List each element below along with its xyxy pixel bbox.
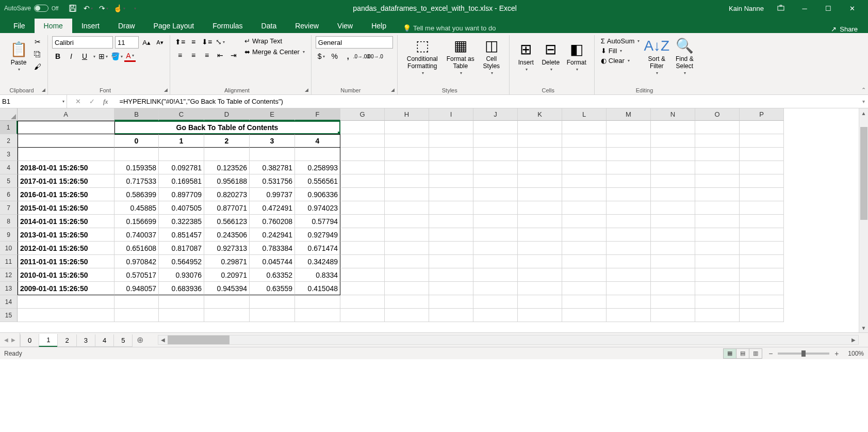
column-header[interactable]: G: [340, 108, 385, 121]
row-timestamp[interactable]: 2012-01-01 15:26:50: [18, 242, 114, 255]
cell[interactable]: [695, 242, 740, 255]
sheet-tab-3[interactable]: 3: [76, 334, 95, 347]
cell[interactable]: [607, 188, 651, 201]
cell[interactable]: [18, 309, 114, 322]
font-size-select[interactable]: [115, 36, 139, 49]
bold-button[interactable]: B: [52, 51, 63, 62]
cell[interactable]: [429, 174, 473, 188]
cell[interactable]: [429, 188, 473, 201]
cell[interactable]: [429, 201, 473, 215]
cell[interactable]: [607, 295, 651, 309]
column-header[interactable]: O: [695, 108, 740, 121]
data-cell[interactable]: 0.258993: [295, 161, 340, 174]
data-cell[interactable]: 0.159358: [114, 161, 159, 174]
cell[interactable]: [473, 121, 518, 134]
column-header[interactable]: M: [607, 108, 651, 121]
data-cell[interactable]: 0.415048: [295, 282, 340, 295]
data-cell[interactable]: 0.683936: [159, 282, 204, 295]
clipboard-launcher[interactable]: ◢: [40, 87, 46, 93]
cell[interactable]: [651, 282, 695, 295]
merge-center-button[interactable]: ⬌Merge & Center▾: [242, 47, 307, 57]
cell[interactable]: [607, 134, 651, 148]
data-cell[interactable]: 0.740037: [114, 228, 159, 242]
cell[interactable]: [740, 309, 784, 322]
row-header[interactable]: 2: [0, 134, 18, 148]
row-header[interactable]: 12: [0, 268, 18, 282]
cell[interactable]: [429, 282, 473, 295]
zoom-out-button[interactable]: −: [766, 349, 775, 358]
cell[interactable]: [340, 161, 385, 174]
cell[interactable]: [385, 228, 429, 242]
tab-view[interactable]: View: [328, 19, 362, 33]
select-all-button[interactable]: [0, 108, 18, 121]
fill-color-button[interactable]: 🪣▾: [111, 51, 122, 62]
cell[interactable]: [114, 148, 159, 161]
row-timestamp[interactable]: 2017-01-01 15:26:50: [18, 174, 114, 188]
cell[interactable]: [562, 295, 607, 309]
user-name[interactable]: Kain Nanne: [729, 5, 764, 12]
decrease-font-button[interactable]: A▾: [154, 37, 166, 48]
cell[interactable]: [340, 242, 385, 255]
cell[interactable]: [562, 268, 607, 282]
cell[interactable]: [562, 215, 607, 228]
tab-insert[interactable]: Insert: [72, 19, 109, 33]
cell[interactable]: [518, 268, 562, 282]
tab-home[interactable]: Home: [35, 19, 72, 33]
cell[interactable]: [607, 242, 651, 255]
cell[interactable]: [518, 242, 562, 255]
sheet-tab-4[interactable]: 4: [95, 334, 114, 347]
cell[interactable]: [740, 228, 784, 242]
page-break-view-button[interactable]: ▥: [749, 348, 762, 359]
find-select-button[interactable]: 🔍Find & Select▾: [672, 36, 697, 76]
tab-draw[interactable]: Draw: [109, 19, 144, 33]
data-cell[interactable]: 0.63559: [250, 282, 295, 295]
column-header[interactable]: K: [518, 108, 562, 121]
touch-mode-button[interactable]: ☝▾: [113, 2, 125, 14]
data-cell[interactable]: 0.45885: [114, 201, 159, 215]
cell[interactable]: [429, 148, 473, 161]
sheet-next-button[interactable]: ▶: [11, 337, 15, 343]
cell[interactable]: [429, 228, 473, 242]
customize-qat[interactable]: ▾: [128, 2, 141, 14]
cell[interactable]: [429, 255, 473, 268]
cell-reference-input[interactable]: [2, 98, 54, 105]
row-header[interactable]: 1: [0, 121, 18, 134]
chevron-down-icon[interactable]: ▾: [62, 99, 64, 104]
scroll-left-icon[interactable]: ◀: [158, 337, 168, 343]
cell[interactable]: [607, 121, 651, 134]
cell[interactable]: [385, 148, 429, 161]
data-cell[interactable]: 0.99737: [250, 188, 295, 201]
cell[interactable]: [695, 309, 740, 322]
cell[interactable]: [562, 161, 607, 174]
autosave-toggle[interactable]: AutoSave Off: [4, 5, 58, 12]
cell[interactable]: [429, 161, 473, 174]
cell[interactable]: [204, 148, 250, 161]
cell[interactable]: [18, 148, 114, 161]
data-col-header[interactable]: 3: [250, 134, 295, 148]
row-timestamp[interactable]: 2015-01-01 15:26:50: [18, 201, 114, 215]
format-as-table-button[interactable]: ▦ Format as Table▾: [443, 36, 478, 76]
row-header[interactable]: 3: [0, 148, 18, 161]
ribbon-options-button[interactable]: [769, 1, 793, 16]
cell[interactable]: [340, 282, 385, 295]
column-header[interactable]: C: [159, 108, 204, 121]
tab-data[interactable]: Data: [252, 19, 286, 33]
cell[interactable]: [429, 121, 473, 134]
cell[interactable]: [114, 309, 159, 322]
cell[interactable]: [518, 282, 562, 295]
cell[interactable]: [18, 134, 114, 148]
cell[interactable]: [385, 295, 429, 309]
zoom-in-button[interactable]: +: [832, 349, 841, 358]
cell[interactable]: [607, 255, 651, 268]
cancel-formula-button[interactable]: ✕: [72, 97, 84, 106]
row-header[interactable]: 10: [0, 242, 18, 255]
cell[interactable]: [473, 282, 518, 295]
scroll-up-icon[interactable]: ▲: [859, 108, 868, 118]
data-cell[interactable]: 0.57794: [295, 215, 340, 228]
data-cell[interactable]: 0.342489: [295, 255, 340, 268]
row-timestamp[interactable]: 2010-01-01 15:26:50: [18, 268, 114, 282]
data-cell[interactable]: 0.974023: [295, 201, 340, 215]
chevron-down-icon[interactable]: ▾: [93, 54, 95, 59]
number-launcher[interactable]: ◢: [390, 87, 396, 93]
cell[interactable]: [651, 148, 695, 161]
